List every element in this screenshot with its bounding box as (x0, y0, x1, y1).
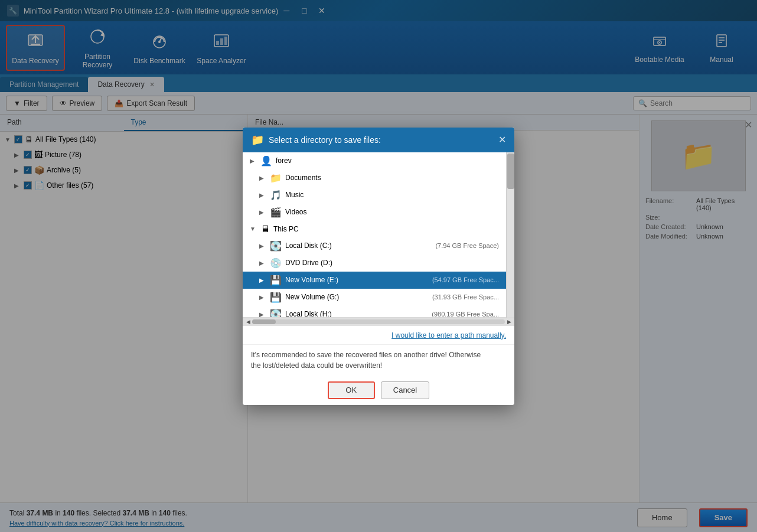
scrollbar-thumb[interactable] (507, 154, 514, 189)
dir-tree-container: ▶ 👤 forev ▶ 📁 Documents ▶ 🎵 Music (243, 152, 514, 318)
dir-item-forev[interactable]: ▶ 👤 forev (243, 152, 506, 169)
dialog-folder-icon: 📁 (251, 133, 264, 146)
chevron-icon-music: ▶ (259, 192, 266, 198)
scroll-right-button[interactable]: ▶ (505, 318, 513, 326)
manual-path-link[interactable]: I would like to enter a path manually. (391, 331, 506, 340)
dir-label-new-volume-e: New Volume (E:) (285, 276, 338, 284)
user-icon: 👤 (260, 155, 272, 167)
dialog-scrollbar[interactable] (506, 152, 514, 318)
dir-label-dvd-d: DVD Drive (D:) (285, 259, 332, 267)
dialog-body: ▶ 👤 forev ▶ 📁 Documents ▶ 🎵 Music (243, 152, 514, 405)
volume-icon-e: 💾 (270, 275, 282, 286)
free-space-c: (7.94 GB Free Space) (435, 242, 499, 249)
dir-label-documents: Documents (285, 174, 321, 182)
videos-icon: 🎬 (270, 207, 282, 218)
scroll-left-button[interactable]: ◀ (244, 318, 252, 326)
dir-item-music[interactable]: ▶ 🎵 Music (243, 187, 506, 204)
chevron-icon-c: ▶ (259, 243, 266, 249)
dialog-overlay: 📁 Select a directory to save files: ✕ ▶ … (0, 0, 757, 532)
h-scroll-track[interactable] (252, 319, 505, 324)
dialog-header: 📁 Select a directory to save files: ✕ (243, 128, 514, 152)
dir-label-forev: forev (276, 156, 292, 165)
chevron-icon-e: ▶ (259, 277, 266, 283)
folder-icon-documents: 📁 (270, 172, 282, 184)
dir-item-local-c[interactable]: ▶ 💽 Local Disk (C:) (7.94 GB Free Space) (243, 237, 506, 254)
dialog-ok-button[interactable]: OK (328, 381, 375, 399)
dir-label-this-pc: This PC (273, 225, 299, 233)
chevron-icon: ▶ (250, 158, 257, 164)
dvd-icon: 💿 (270, 257, 282, 269)
dir-item-this-pc[interactable]: ▼ 🖥 This PC (243, 221, 506, 237)
volume-icon-g: 💾 (270, 292, 282, 303)
save-dialog: 📁 Select a directory to save files: ✕ ▶ … (243, 128, 514, 405)
dir-label-videos: Videos (285, 208, 306, 216)
chevron-icon-g: ▶ (259, 294, 266, 301)
chevron-icon-d: ▶ (259, 260, 266, 266)
dir-item-new-volume-g[interactable]: ▶ 💾 New Volume (G:) (31.93 GB Free Spac.… (243, 289, 506, 306)
dir-item-local-h[interactable]: ▶ 💽 Local Disk (H:) (980.19 GB Free Spa.… (243, 306, 506, 318)
h-scroll-thumb[interactable] (252, 319, 276, 324)
manual-path-area: I would like to enter a path manually. (243, 326, 514, 344)
dialog-cancel-button[interactable]: Cancel (381, 381, 429, 399)
dialog-close-button[interactable]: ✕ (498, 134, 506, 145)
dir-label-local-c: Local Disk (C:) (285, 241, 332, 250)
dir-label-local-h: Local Disk (H:) (285, 310, 332, 318)
dir-item-videos[interactable]: ▶ 🎬 Videos (243, 204, 506, 221)
disk-icon-h: 💽 (270, 309, 282, 318)
dir-item-documents[interactable]: ▶ 📁 Documents (243, 169, 506, 187)
chevron-expanded-icon: ▼ (250, 226, 257, 232)
free-space-g: (31.93 GB Free Spac... (432, 293, 499, 301)
free-space-e: (54.97 GB Free Spac... (432, 276, 499, 283)
chevron-icon-videos: ▶ (259, 209, 266, 216)
music-icon: 🎵 (270, 190, 282, 201)
horizontal-scrollbar[interactable]: ◀ ▶ (243, 318, 514, 326)
dir-label-new-volume-g: New Volume (G:) (285, 293, 339, 301)
free-space-h: (980.19 GB Free Spa... (432, 311, 499, 318)
chevron-icon-h: ▶ (259, 311, 266, 318)
dialog-title: Select a directory to save files: (269, 135, 381, 145)
dir-item-new-volume-e[interactable]: ▶ 💾 New Volume (E:) (54.97 GB Free Spac.… (243, 272, 506, 289)
dialog-warning: It's recommended to save the recovered f… (243, 344, 514, 376)
dir-item-dvd-d[interactable]: ▶ 💿 DVD Drive (D:) (243, 254, 506, 272)
dir-label-music: Music (285, 191, 304, 199)
disk-icon-c: 💽 (270, 240, 282, 252)
chevron-icon-docs: ▶ (259, 175, 266, 181)
directory-tree: ▶ 👤 forev ▶ 📁 Documents ▶ 🎵 Music (243, 152, 506, 318)
dialog-buttons: OK Cancel (243, 376, 514, 405)
computer-icon-thispc: 🖥 (260, 224, 270, 234)
warning-text: It's recommended to save the recovered f… (251, 351, 481, 370)
